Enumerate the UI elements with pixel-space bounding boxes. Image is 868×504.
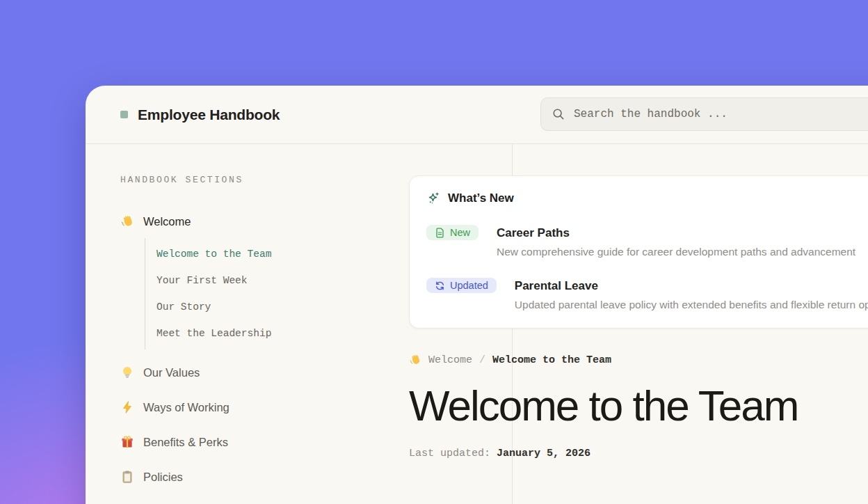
bulb-icon [120,365,134,379]
sidebar-item-label: Welcome [143,215,191,228]
whats-new-title: What’s New [448,191,514,205]
app-header: Employee Handbook [86,86,868,144]
whats-new-header: What’s New [426,191,868,205]
whats-new-card: What’s New New Career Paths New comprehe… [409,175,868,329]
news-description: Updated parental leave policy with exten… [515,299,868,311]
wave-icon [409,354,421,366]
breadcrumb: Welcome / Welcome to the Team [409,354,868,366]
new-badge[interactable]: New [426,225,479,240]
search-bar[interactable] [540,97,868,131]
news-content: Career Paths New comprehensive guide for… [497,225,855,258]
gift-icon [120,435,134,449]
desktop-background: { "app": { "title": "Employee Handbook" … [0,0,868,504]
main-content: What’s New New Career Paths New comprehe… [409,175,868,459]
brand-square-icon [120,111,128,118]
page-title: Welcome to the Team [409,383,868,428]
search-icon [552,108,565,120]
news-item-parental-leave: Updated Parental Leave Updated parental … [426,278,868,311]
sidebar-item-label: Our Values [143,366,200,379]
sidebar-item-label: Policies [143,471,183,484]
breadcrumb-section[interactable]: Welcome [428,354,472,366]
brand: Employee Handbook [120,107,280,123]
app-title: Employee Handbook [138,107,280,123]
last-updated-label: Last updated: [409,448,490,459]
news-title[interactable]: Parental Leave [515,278,868,294]
news-item-career-paths: New Career Paths New comprehensive guide… [426,225,868,258]
last-updated: Last updated: January 5, 2026 [409,448,868,459]
breadcrumb-separator: / [479,354,485,366]
app-window: Employee Handbook HANDBOOK SECTIONS [86,86,868,504]
updated-badge[interactable]: Updated [426,278,497,293]
news-content: Parental Leave Updated parental leave po… [515,278,868,311]
search-input[interactable] [574,108,868,120]
document-icon [435,228,445,238]
news-description: New comprehensive guide for career devel… [497,246,855,258]
sparkle-icon [426,191,440,205]
bolt-icon [120,400,134,414]
sidebar-item-label: Ways of Working [143,401,230,414]
wave-icon [120,214,134,228]
refresh-icon [435,281,445,291]
clipboard-icon [120,470,134,484]
breadcrumb-page: Welcome to the Team [492,354,611,366]
badge-label: New [450,227,470,238]
news-title[interactable]: Career Paths [497,225,855,242]
last-updated-value: January 5, 2026 [497,448,590,459]
sidebar-item-policies[interactable]: Policies [120,470,512,484]
badge-label: Updated [450,280,488,291]
sidebar-item-label: Benefits & Perks [143,436,228,449]
